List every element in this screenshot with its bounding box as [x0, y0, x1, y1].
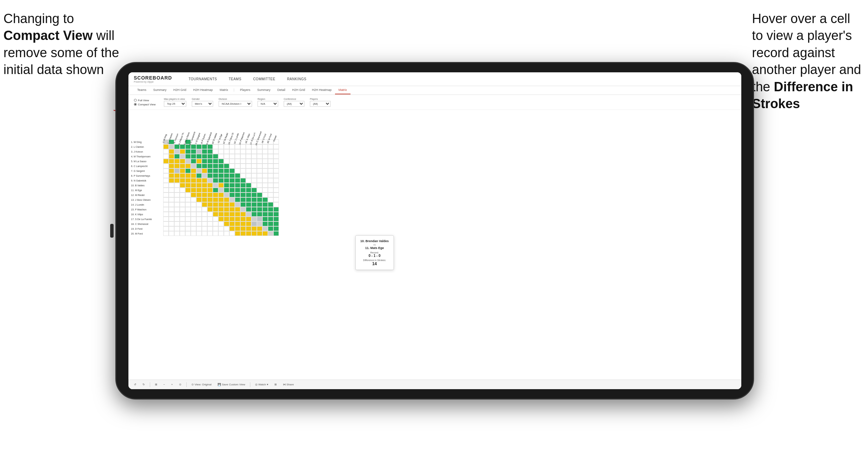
grid-cell[interactable]	[224, 202, 229, 207]
grid-cell[interactable]	[235, 154, 240, 159]
grid-cell[interactable]	[273, 212, 279, 217]
grid-cell[interactable]	[229, 193, 235, 197]
grid-cell[interactable]	[235, 217, 240, 221]
grid-cell[interactable]	[174, 144, 180, 149]
grid-cell[interactable]	[196, 197, 202, 202]
grid-cell[interactable]	[224, 221, 229, 226]
grid-cell[interactable]	[174, 207, 180, 212]
grid-cell[interactable]	[202, 231, 207, 236]
grid-cell[interactable]	[251, 183, 257, 188]
grid-cell[interactable]	[174, 188, 180, 193]
grid-cell[interactable]	[218, 202, 224, 207]
grid-cell[interactable]	[185, 226, 191, 231]
grid-cell[interactable]	[207, 202, 213, 207]
sub-tab-matrix1[interactable]: Matrix	[216, 86, 232, 94]
grid-cell[interactable]	[251, 207, 257, 212]
nav-rankings[interactable]: RANKINGS	[286, 76, 307, 82]
grid-cell[interactable]	[169, 183, 174, 188]
grid-cell[interactable]	[180, 183, 185, 188]
grid-cell[interactable]	[174, 173, 180, 178]
grid-cell[interactable]	[202, 178, 207, 183]
grid-cell[interactable]	[218, 149, 224, 154]
grid-cell[interactable]	[202, 154, 207, 159]
grid-cell[interactable]	[174, 183, 180, 188]
grid-cell[interactable]	[213, 173, 218, 178]
grid-cell[interactable]	[246, 168, 251, 173]
grid-cell[interactable]	[191, 231, 196, 236]
grid-cell[interactable]	[163, 221, 169, 226]
grid-cell[interactable]	[185, 231, 191, 236]
grid-cell[interactable]	[273, 173, 279, 178]
grid-cell[interactable]	[262, 231, 268, 236]
grid-cell[interactable]	[185, 168, 191, 173]
grid-cell[interactable]	[235, 226, 240, 231]
grid-btn[interactable]: ⊞	[273, 382, 278, 387]
grid-cell[interactable]	[273, 202, 279, 207]
grid-cell[interactable]	[196, 173, 202, 178]
grid-cell[interactable]	[224, 207, 229, 212]
grid-cell[interactable]	[180, 144, 185, 149]
grid-cell[interactable]	[273, 168, 279, 173]
grid-cell[interactable]	[180, 231, 185, 236]
grid-cell[interactable]	[218, 226, 224, 231]
grid-cell[interactable]	[213, 202, 218, 207]
view-original-btn[interactable]: ⊙ View: Original	[190, 382, 213, 387]
grid-cell[interactable]	[191, 207, 196, 212]
grid-cell[interactable]	[229, 164, 235, 168]
grid-cell[interactable]	[273, 221, 279, 226]
grid-cell[interactable]	[251, 231, 257, 236]
grid-cell[interactable]	[207, 173, 213, 178]
save-custom-btn[interactable]: 💾 Save Custom View	[216, 382, 247, 387]
grid-cell[interactable]	[246, 212, 251, 217]
grid-cell[interactable]	[235, 231, 240, 236]
grid-cell[interactable]	[224, 159, 229, 164]
grid-cell[interactable]	[262, 221, 268, 226]
sub-tab-summary2[interactable]: Summary	[254, 86, 274, 94]
grid-cell[interactable]	[224, 168, 229, 173]
nav-committee[interactable]: COMMITTEE	[252, 76, 276, 82]
grid-cell[interactable]	[202, 183, 207, 188]
grid-cell[interactable]	[224, 178, 229, 183]
grid-cell[interactable]	[268, 217, 273, 221]
grid-cell[interactable]	[185, 202, 191, 207]
grid-cell[interactable]	[273, 154, 279, 159]
grid-cell[interactable]	[246, 149, 251, 154]
grid-cell[interactable]	[257, 149, 262, 154]
grid-cell[interactable]	[229, 154, 235, 159]
grid-cell[interactable]	[207, 207, 213, 212]
grid-cell[interactable]	[235, 207, 240, 212]
grid-cell[interactable]	[240, 154, 246, 159]
grid-cell[interactable]	[257, 183, 262, 188]
grid-cell[interactable]	[180, 202, 185, 207]
grid-cell[interactable]	[163, 164, 169, 168]
grid-cell[interactable]	[218, 159, 224, 164]
grid-cell[interactable]	[240, 183, 246, 188]
grid-cell[interactable]	[169, 188, 174, 193]
grid-cell[interactable]	[218, 212, 224, 217]
grid-cell[interactable]	[268, 164, 273, 168]
undo-btn[interactable]: ↺	[133, 382, 138, 387]
grid-cell[interactable]	[213, 183, 218, 188]
grid-cell[interactable]	[169, 173, 174, 178]
grid-cell[interactable]	[202, 188, 207, 193]
grid-cell[interactable]	[180, 188, 185, 193]
grid-cell[interactable]	[262, 212, 268, 217]
grid-cell[interactable]	[251, 202, 257, 207]
grid-cell[interactable]	[224, 217, 229, 221]
grid-cell[interactable]	[273, 197, 279, 202]
grid-cell[interactable]	[257, 164, 262, 168]
grid-cell[interactable]	[213, 188, 218, 193]
grid-cell[interactable]	[185, 149, 191, 154]
grid-cell[interactable]	[273, 188, 279, 193]
grid-cell[interactable]	[224, 226, 229, 231]
grid-cell[interactable]	[207, 178, 213, 183]
grid-cell[interactable]	[246, 188, 251, 193]
grid-cell[interactable]	[224, 173, 229, 178]
grid-cell[interactable]	[202, 197, 207, 202]
grid-cell[interactable]	[163, 188, 169, 193]
grid-cell[interactable]	[180, 212, 185, 217]
grid-cell[interactable]	[180, 168, 185, 173]
grid-cell[interactable]	[202, 221, 207, 226]
grid-cell[interactable]	[268, 159, 273, 164]
grid-cell[interactable]	[213, 207, 218, 212]
